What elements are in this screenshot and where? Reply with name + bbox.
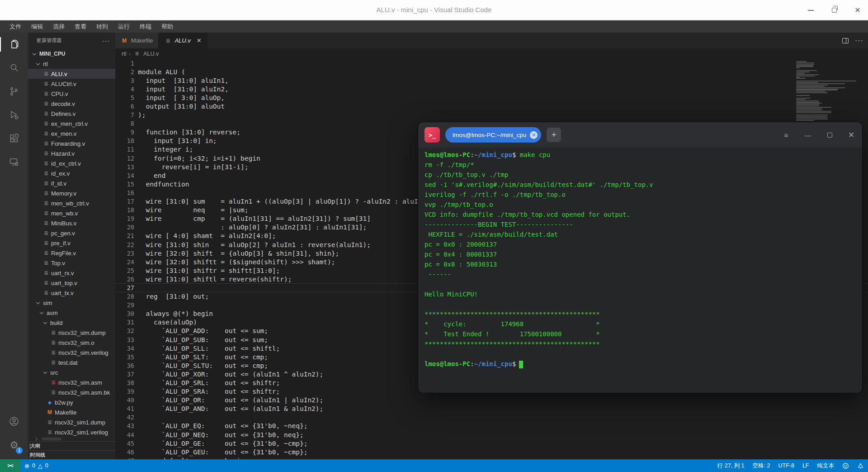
tree-file-CPU.v[interactable]: ≣CPU.v <box>28 89 115 99</box>
tree-file-Memory.v[interactable]: ≣Memory.v <box>28 188 115 198</box>
tree-folder-asm[interactable]: asm <box>28 308 115 318</box>
tree-file-uart_tx.v[interactable]: ≣uart_tx.v <box>28 288 115 298</box>
tree-file-ALU.v[interactable]: ≣ALU.v <box>28 69 115 79</box>
status-item-2[interactable]: UTF-8 <box>774 462 798 469</box>
settings-gear-icon[interactable]: ⚙ 1 <box>0 433 28 457</box>
terminal-minimize-icon[interactable]: — <box>803 131 812 139</box>
terminal-output[interactable]: lmos@lmos-PC:~/mini_cpu$ make cpurm -f .… <box>418 148 862 393</box>
window-restore-button[interactable] <box>829 5 839 15</box>
code-line-1[interactable]: 1 <box>115 59 868 67</box>
code-line-43[interactable]: 43 `ALU_OP_EQ: out <= {31'b0, ~neq}; <box>115 422 868 430</box>
tree-file-riscv32_sim1.verilog[interactable]: ≣riscv32_sim1.verilog <box>28 427 115 437</box>
tree-file-ALUCtrl.v[interactable]: ≣ALUCtrl.v <box>28 79 115 89</box>
code-line-3[interactable]: 3 input [31:0] aluIn1, <box>115 76 868 85</box>
terminal-tab-close-icon[interactable]: ✕ <box>530 131 538 139</box>
terminal-titlebar[interactable]: >_ lmos@lmos-PC:~/mini_cpu ✕ + ≡ — ✕ <box>418 122 862 148</box>
remote-explorer-icon[interactable] <box>0 150 28 174</box>
terminal-menu-icon[interactable]: ≡ <box>782 131 791 139</box>
split-editor-icon[interactable] <box>842 38 849 43</box>
sidebar-section-0[interactable]: 大纲 <box>28 441 115 450</box>
tree-file-riscv32_sim.verilog[interactable]: ≣riscv32_sim.verilog <box>28 348 115 358</box>
tree-file-MiniBus.v[interactable]: ≣MiniBus.v <box>28 218 115 228</box>
tree-file-men_wb.v[interactable]: ≣men_wb.v <box>28 208 115 218</box>
status-item-3[interactable]: LF <box>798 462 813 469</box>
tree-folder-MINI_CPU[interactable]: MINI_CPU <box>28 49 115 59</box>
code-line-2[interactable]: 2module ALU ( <box>115 67 868 76</box>
terminal-close-icon[interactable]: ✕ <box>847 130 856 140</box>
tree-file-Makefile[interactable]: MMakefile <box>28 407 115 417</box>
tree-folder-src[interactable]: src <box>28 367 115 377</box>
tree-file-b2w.py[interactable]: ◆b2w.py <box>28 397 115 407</box>
window-minimize-button[interactable] <box>806 5 816 15</box>
tree-file-id_ex.v[interactable]: ≣id_ex.v <box>28 168 115 178</box>
notifications-bell-icon[interactable] <box>853 462 868 469</box>
search-icon[interactable] <box>0 56 28 80</box>
source-control-icon[interactable] <box>0 80 28 103</box>
tree-folder-sim[interactable]: sim <box>28 298 115 308</box>
status-item-1[interactable]: 空格: 2 <box>749 462 774 470</box>
tree-folder-rtl[interactable]: rtl <box>28 59 115 69</box>
code-line-5[interactable]: 5 input [ 3:0] aluOp, <box>115 93 868 102</box>
menu-item-0[interactable]: 文件 <box>5 20 26 33</box>
terminal-maximize-icon[interactable] <box>825 131 834 139</box>
code-line-44[interactable]: 44 `ALU_OP_NEQ: out <= {31'b0, neq}; <box>115 430 868 439</box>
remote-indicator[interactable]: >< <box>0 459 20 472</box>
explorer-more-actions-icon[interactable]: ··· <box>102 37 110 44</box>
problems-indicator[interactable]: ⊗ 0 △ 0 <box>20 459 52 472</box>
status-item-4[interactable]: 纯文本 <box>813 462 839 470</box>
window-close-button[interactable]: ✕ <box>853 5 863 15</box>
menu-item-4[interactable]: 转到 <box>91 20 113 33</box>
tree-file-Forwarding.v[interactable]: ≣Forwarding.v <box>28 138 115 148</box>
tree-file-riscv32_sim.o[interactable]: ≣riscv32_sim.o <box>28 338 115 348</box>
menu-item-3[interactable]: 查看 <box>70 20 91 33</box>
terminal-new-tab-button[interactable]: + <box>547 128 561 142</box>
code-line-47[interactable]: 47 default: begin <box>115 456 868 459</box>
tree-file-uart_rx.v[interactable]: ≣uart_rx.v <box>28 268 115 278</box>
status-item-0[interactable]: 行 27, 列 1 <box>713 462 749 470</box>
sidebar-section-1[interactable]: 时间线 <box>28 450 115 459</box>
breadcrumb[interactable]: rtl › ≣ ALU.v <box>115 48 868 59</box>
tree-folder-build[interactable]: build <box>28 318 115 328</box>
terminal-tab[interactable]: lmos@lmos-PC:~/mini_cpu ✕ <box>445 127 541 143</box>
tree-file-riscv32_sim.dump[interactable]: ≣riscv32_sim.dump <box>28 328 115 338</box>
tree-file-RegFile.v[interactable]: ≣RegFile.v <box>28 248 115 258</box>
tree-file-ex_men_ctrl.v[interactable]: ≣ex_men_ctrl.v <box>28 119 115 129</box>
tree-file-men_wb_ctrl.v[interactable]: ≣men_wb_ctrl.v <box>28 198 115 208</box>
tree-file-test.dat[interactable]: ≣test.dat <box>28 358 115 367</box>
tree-file-riscv32_sim.asm.bk[interactable]: ≣riscv32_sim.asm.bk <box>28 387 115 397</box>
code-line-41[interactable]: 41 `ALU_OP_AND: out <= (aluIn1 & aluIn2)… <box>115 405 868 413</box>
feedback-smiley-icon[interactable] <box>838 462 853 469</box>
tree-file-Defines.v[interactable]: ≣Defines.v <box>28 109 115 119</box>
menu-item-6[interactable]: 终端 <box>135 20 156 33</box>
tree-file-riscv32_sim1.dump[interactable]: ≣riscv32_sim1.dump <box>28 417 115 427</box>
code-line-42[interactable]: 42 <box>115 413 868 422</box>
tree-file-uart_top.v[interactable]: ≣uart_top.v <box>28 278 115 288</box>
tree-file-ex_men.v[interactable]: ≣ex_men.v <box>28 129 115 138</box>
code-line-40[interactable]: 40 `ALU_OP_OR: out <= (aluIn1 | aluIn2); <box>115 396 868 405</box>
explorer-icon[interactable] <box>0 33 28 56</box>
menu-item-5[interactable]: 运行 <box>113 20 135 33</box>
code-line-45[interactable]: 45 `ALU_OP_GE: out <= {31'b0, ~cmp}; <box>115 439 868 448</box>
code-line-7[interactable]: 7); <box>115 111 868 119</box>
tree-file-if_id.v[interactable]: ≣if_id.v <box>28 178 115 188</box>
tree-file-decode.v[interactable]: ≣decode.v <box>28 99 115 109</box>
code-line-46[interactable]: 46 `ALU_OP_GEU: out <= {31'b0, ~cmp}; <box>115 448 868 456</box>
account-icon[interactable] <box>0 410 28 433</box>
tree-file-pc_gen.v[interactable]: ≣pc_gen.v <box>28 228 115 238</box>
run-debug-icon[interactable] <box>0 103 28 127</box>
menu-item-1[interactable]: 编辑 <box>26 20 48 33</box>
tab-close-icon[interactable]: ✕ <box>197 37 202 44</box>
minimap[interactable] <box>796 60 862 121</box>
tree-file-Hazard.v[interactable]: ≣Hazard.v <box>28 148 115 158</box>
code-line-6[interactable]: 6 output [31:0] aluOut <box>115 102 868 110</box>
tab-makefile[interactable]: M Makefile <box>115 33 159 48</box>
tree-file-pre_if.v[interactable]: ≣pre_if.v <box>28 238 115 248</box>
extensions-icon[interactable] <box>0 127 28 150</box>
tab-alu-v[interactable]: ≣ ALU.v ✕ <box>159 33 207 48</box>
code-line-4[interactable]: 4 input [31:0] aluIn2, <box>115 85 868 93</box>
menu-item-2[interactable]: 选择 <box>48 20 70 33</box>
editor-more-actions-icon[interactable]: ··· <box>855 37 863 45</box>
tree-file-riscv32_sim.asm[interactable]: ≣riscv32_sim.asm <box>28 377 115 387</box>
menu-item-7[interactable]: 帮助 <box>156 20 178 33</box>
tree-file-Top.v[interactable]: ≣Top.v <box>28 258 115 268</box>
